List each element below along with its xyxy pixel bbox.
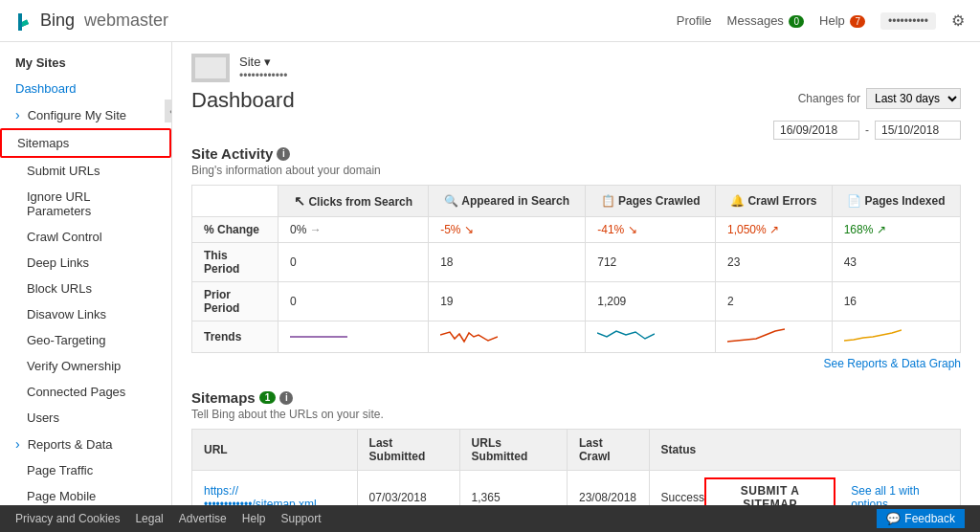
footer-legal[interactable]: Legal [135, 512, 163, 525]
prior-period-crawled: 1,209 [586, 282, 716, 321]
top-nav-links: Profile Messages 0 Help 7 •••••••••• ⚙ [677, 11, 965, 30]
activity-table: ↖ Clicks from Search 🔍 Appeared in Searc… [191, 185, 961, 353]
pct-clicks: 0% → [278, 217, 429, 243]
sparkline-clicks [290, 327, 347, 346]
sitemaps-col-status: Status [649, 430, 960, 471]
col-crawl-errors: 🔔 Crawl Errors [715, 186, 832, 217]
pct-indexed: 168% ↗ [832, 217, 960, 243]
sidebar-item-ignore-url[interactable]: Ignore URL Parameters [0, 184, 171, 224]
sidebar-item-page-mobile[interactable]: Page Mobile Friendliness [0, 483, 171, 505]
feedback-icon: 💬 [886, 512, 901, 525]
col-appeared: 🔍 Appeared in Search [429, 186, 586, 217]
help-link[interactable]: Help 7 [819, 13, 865, 28]
see-all-sitemaps-link[interactable]: See all 1 with options [851, 484, 948, 505]
footer-privacy[interactable]: Privacy and Cookies [15, 512, 120, 525]
alert-icon: 🔔 [730, 194, 745, 208]
sidebar-item-connected[interactable]: Connected Pages [0, 379, 171, 405]
sitemaps-count: 1 [259, 391, 277, 404]
user-display[interactable]: •••••••••• [880, 12, 936, 30]
this-period-indexed: 43 [832, 243, 960, 282]
sitemaps-col-last-crawl: Last Crawl [567, 430, 649, 471]
down-arrow-crawled: ↘ [628, 223, 637, 236]
row-percent-change: % Change 0% → -5% ↘ -41% ↘ [192, 217, 961, 243]
bing-text: Bing [40, 11, 75, 31]
site-activity-section: Site Activity i Bing's information about… [172, 145, 980, 389]
sidebar-item-geo[interactable]: Geo-Targeting [0, 327, 171, 353]
bing-logo: Bing webmaster [15, 11, 168, 31]
prior-period-clicks: 0 [278, 282, 429, 321]
sidebar-item-dashboard[interactable]: Dashboard [0, 76, 171, 101]
trend-indexed [832, 321, 960, 353]
messages-badge: 0 [789, 15, 804, 28]
footer-advertise[interactable]: Advertise [179, 512, 227, 525]
up-arrow-errors: ↗ [769, 223, 779, 236]
submit-sitemap-button[interactable]: SUBMIT A SITEMAP [704, 477, 835, 505]
site-thumb-img [191, 54, 230, 82]
footer-help[interactable]: Help [242, 512, 266, 525]
bing-icon [15, 11, 34, 31]
site-activity-subtitle: Bing's information about your domain [191, 164, 961, 177]
prior-period-appeared: 19 [429, 282, 586, 321]
pages-icon: 📋 [601, 194, 615, 208]
sparkline-appeared [440, 327, 498, 346]
sidebar-item-verify[interactable]: Verify Ownership [0, 353, 171, 379]
prior-period-indexed: 16 [832, 282, 960, 321]
sparkline-crawled [597, 327, 655, 346]
sidebar-item-submit-urls[interactable]: Submit URLs [0, 158, 171, 184]
sidebar-item-crawl-control[interactable]: Crawl Control [0, 224, 171, 250]
this-period-appeared: 18 [429, 243, 586, 282]
sitemaps-col-url: URL [192, 430, 358, 471]
sitemap-row: https://••••••••••••/sitemap.xml 07/03/2… [192, 471, 961, 506]
settings-icon[interactable]: ⚙ [951, 11, 965, 30]
feedback-button[interactable]: 💬 Feedback [877, 509, 965, 528]
site-name[interactable]: Site ▾ [239, 55, 287, 69]
date-from-input[interactable] [773, 121, 859, 140]
pct-crawled: -41% ↘ [586, 217, 716, 243]
sidebar-item-users[interactable]: Users [0, 405, 171, 431]
trend-errors [715, 321, 832, 353]
site-activity-info-icon[interactable]: i [277, 147, 290, 161]
sitemap-urls-submitted: 1,365 [459, 471, 567, 506]
col-indexed: 📄 Pages Indexed [832, 186, 960, 217]
row-trends: Trends [192, 321, 961, 353]
see-reports-link-container: See Reports & Data Graph [191, 353, 961, 374]
sidebar-item-disavow[interactable]: Disavow Links [0, 301, 171, 327]
site-thumbnail [191, 54, 230, 82]
content-area: Site ▾ •••••••••••• Dashboard Changes fo… [172, 42, 980, 505]
see-reports-link[interactable]: See Reports & Data Graph [824, 357, 961, 370]
sidebar-item-block-urls[interactable]: Block URLs [0, 276, 171, 301]
messages-link[interactable]: Messages 0 [727, 13, 804, 28]
sidebar-item-deep-links[interactable]: Deep Links [0, 250, 171, 276]
date-to-input[interactable] [875, 121, 961, 140]
sidebar-item-configure[interactable]: Configure My Site [0, 101, 171, 128]
sitemap-url-link[interactable]: https://••••••••••••/sitemap.xml [204, 484, 317, 505]
pct-errors: 1,050% ↗ [715, 217, 832, 243]
sidebar-item-reports[interactable]: Reports & Data [0, 431, 171, 457]
cursor-icon: ↖ [294, 193, 305, 209]
pct-appeared: -5% ↘ [429, 217, 586, 243]
sidebar-item-page-traffic[interactable]: Page Traffic [0, 457, 171, 483]
prior-period-errors: 2 [715, 282, 832, 321]
sitemaps-title: Sitemaps 1 i [191, 389, 961, 406]
sitemaps-info-icon[interactable]: i [279, 391, 293, 405]
col-crawled: 📋 Pages Crawled [586, 186, 716, 217]
trends-label: Trends [192, 321, 278, 353]
this-period-clicks: 0 [278, 243, 429, 282]
sitemaps-subtitle: Tell Bing about the URLs on your site. [191, 408, 961, 421]
trend-crawled [586, 321, 716, 353]
sitemap-last-submitted: 07/03/2018 [357, 471, 459, 506]
profile-link[interactable]: Profile [677, 13, 712, 28]
row-prior-period: Prior Period 0 19 1,209 2 16 [192, 282, 961, 321]
footer-support[interactable]: Support [280, 512, 321, 525]
sitemap-status: Success SUBMIT A SITEMAP See all 1 with … [649, 471, 960, 506]
down-arrow-appeared: ↘ [464, 223, 474, 236]
sitemaps-section: Sitemaps 1 i Tell Bing about the URLs on… [172, 389, 980, 505]
changes-bar: Changes for Last 30 days - [773, 88, 961, 140]
sitemap-last-crawl: 23/08/2018 [567, 471, 649, 506]
row-this-period: This Period 0 18 712 23 43 [192, 243, 961, 282]
sidebar-toggle[interactable]: ‹ [165, 100, 172, 122]
sidebar-item-sitemaps[interactable]: Sitemaps [0, 128, 171, 158]
site-info: Site ▾ •••••••••••• [239, 55, 287, 82]
period-select[interactable]: Last 30 days [866, 88, 961, 109]
activity-empty-header [192, 186, 278, 217]
